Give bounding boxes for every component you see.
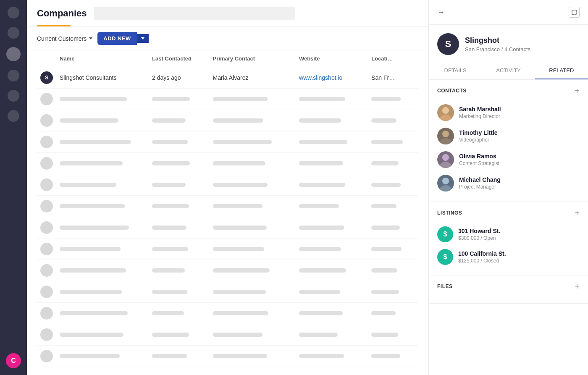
tab-activity[interactable]: ACTIVITY	[482, 62, 535, 79]
tab-related[interactable]: RELATED	[535, 62, 588, 79]
table-row[interactable]: S Slingshot Consultants 2 days ago Maria…	[37, 67, 418, 89]
row-website[interactable]: www.slingshot.io	[296, 67, 368, 89]
th-checkbox	[37, 50, 56, 67]
contact-role-sarah: Marketing Director	[459, 113, 501, 119]
app-logo[interactable]: C	[6, 353, 21, 368]
avatar-placeholder	[40, 328, 53, 341]
contact-name-timothy: Timothy Little	[459, 129, 498, 136]
skeleton	[213, 161, 265, 165]
skeleton	[152, 333, 189, 337]
table-row[interactable]	[37, 260, 418, 281]
skeleton	[213, 247, 264, 251]
contact-name-sarah: Sarah Marshall	[459, 106, 501, 113]
table-row[interactable]	[37, 217, 418, 239]
table-row[interactable]	[37, 153, 418, 174]
tab-details[interactable]: DETAILS	[429, 62, 482, 79]
skeleton	[299, 290, 340, 294]
skeleton	[213, 333, 262, 337]
sidebar-item-3[interactable]	[6, 47, 21, 61]
header-top: Companies	[37, 7, 418, 20]
skeleton	[371, 161, 399, 165]
table-row[interactable]	[37, 131, 418, 153]
skeleton	[60, 226, 129, 230]
contact-role-timothy: Videographer	[459, 137, 498, 143]
table-body: S Slingshot Consultants 2 days ago Maria…	[37, 67, 418, 367]
files-add-button[interactable]: +	[575, 282, 580, 291]
sidebar-item-1[interactable]	[8, 7, 19, 18]
website-link[interactable]: www.slingshot.io	[299, 74, 343, 81]
skeleton	[213, 268, 270, 273]
row-primary-contact: Maria Alvarez	[210, 67, 296, 89]
avatar-placeholder	[40, 307, 53, 320]
cell-name: Slingshot Consultants	[60, 74, 145, 81]
contact-info-michael: Michael Chang Project Manager	[459, 176, 501, 190]
contact-item-sarah[interactable]: Sarah Marshall Marketing Director	[437, 101, 580, 124]
listing-meta-2: $125,000 / Closed	[458, 258, 506, 264]
files-section: FILES +	[429, 275, 588, 304]
skeleton	[299, 204, 339, 208]
company-avatar-s: S	[40, 71, 53, 84]
add-new-button[interactable]: ADD NEW	[97, 32, 149, 45]
table-row[interactable]	[37, 239, 418, 260]
skeleton	[152, 204, 189, 208]
table-row[interactable]	[37, 89, 418, 110]
skeleton	[152, 118, 186, 123]
listing-meta-1: $300,000 / Open	[458, 235, 500, 241]
skeleton	[371, 311, 396, 315]
sidebar-item-4[interactable]	[8, 70, 19, 81]
files-section-title: FILES	[437, 283, 453, 289]
th-primary-contact: Primary Contact	[210, 50, 296, 67]
table-header: Name Last Contacted Primary Contact Webs…	[37, 50, 418, 67]
add-new-caret-icon[interactable]	[137, 34, 149, 43]
listing-info-2: 100 California St. $125,000 / Closed	[458, 250, 506, 264]
filter-dropdown[interactable]: Current Customers	[37, 35, 92, 42]
panel-expand-icon[interactable]	[569, 7, 580, 18]
contacts-add-button[interactable]: +	[575, 87, 580, 95]
listing-item-1[interactable]: $ 301 Howard St. $300,000 / Open	[437, 223, 580, 246]
sidebar-item-2[interactable]	[8, 27, 19, 39]
search-input[interactable]	[94, 7, 295, 20]
skeleton	[152, 97, 190, 101]
listing-item-2[interactable]: $ 100 California St. $125,000 / Closed	[437, 246, 580, 268]
sidebar-item-6[interactable]	[8, 110, 19, 122]
contact-item-timothy[interactable]: Timothy Little Videographer	[437, 124, 580, 148]
contact-info-timothy: Timothy Little Videographer	[459, 129, 498, 143]
table-row[interactable]	[37, 346, 418, 367]
contact-item-olivia[interactable]: Olivia Ramos Content Strategist	[437, 148, 580, 171]
avatar-olivia	[437, 151, 454, 168]
table-row[interactable]	[37, 324, 418, 346]
skeleton	[213, 311, 268, 315]
skeleton	[213, 354, 267, 358]
skeleton	[213, 118, 263, 123]
avatar-placeholder	[40, 221, 53, 234]
table-row[interactable]	[37, 174, 418, 196]
table-row[interactable]	[37, 110, 418, 131]
table-row[interactable]	[37, 303, 418, 324]
panel-company-info: S Slingshot San Francisco / 4 Contacts	[429, 25, 588, 62]
skeleton	[299, 183, 345, 187]
companies-table: Name Last Contacted Primary Contact Webs…	[37, 50, 418, 367]
contact-name-michael: Michael Chang	[459, 176, 501, 183]
panel-back-arrow[interactable]: →	[437, 8, 445, 17]
contact-info-sarah: Sarah Marshall Marketing Director	[459, 106, 501, 119]
contact-item-michael[interactable]: Michael Chang Project Manager	[437, 171, 580, 195]
company-info-text: Slingshot San Francisco / 4 Contacts	[465, 36, 530, 52]
svg-point-1	[442, 107, 449, 114]
skeleton	[60, 118, 118, 123]
company-name-text: Slingshot Consultants	[60, 74, 116, 81]
skeleton	[371, 140, 403, 144]
listings-add-button[interactable]: +	[575, 209, 580, 217]
svg-point-4	[442, 131, 449, 137]
skeleton	[213, 97, 268, 101]
listing-icon-1: $	[437, 226, 453, 242]
sidebar: C	[0, 0, 27, 375]
sidebar-item-5[interactable]	[8, 90, 19, 102]
skeleton	[60, 204, 125, 208]
listing-address-2: 100 California St.	[458, 250, 506, 257]
table-row[interactable]	[37, 281, 418, 303]
listings-section: LISTINGS + $ 301 Howard St. $300,000 / O…	[429, 202, 588, 275]
contact-info-olivia: Olivia Ramos Content Strategist	[459, 153, 499, 166]
row-name-cell: Slingshot Consultants	[56, 67, 149, 89]
table-row[interactable]	[37, 196, 418, 217]
panel-header: →	[429, 0, 588, 25]
